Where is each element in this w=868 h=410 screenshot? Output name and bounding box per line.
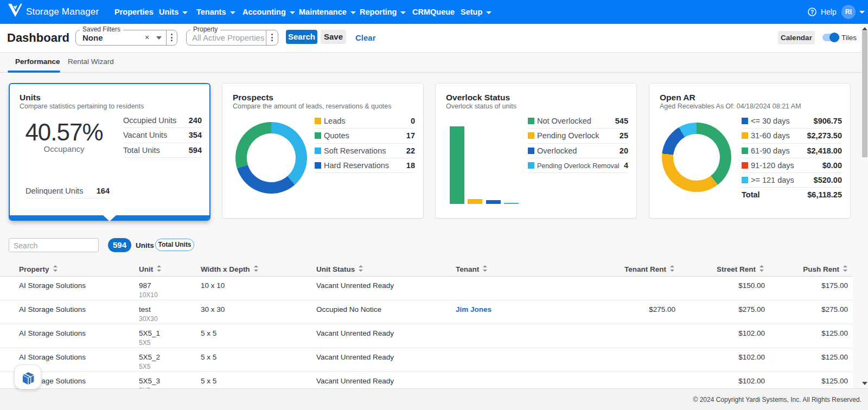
svg-text:?: ? [810, 9, 814, 15]
